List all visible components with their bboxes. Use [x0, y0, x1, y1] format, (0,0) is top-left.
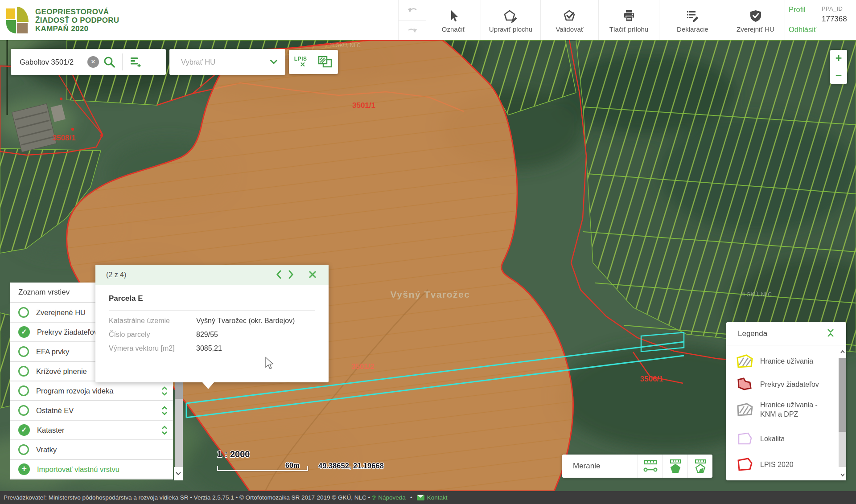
map-watermark-top: © GKÚ, NLC — [330, 42, 361, 49]
logo-shape — [6, 8, 15, 19]
field-value: Vyšný Tvarožec (okr. Bardejov) — [196, 317, 295, 325]
scrollbar-track[interactable] — [839, 358, 846, 467]
logout-link[interactable]: Odhlásiť — [789, 25, 822, 34]
layer-label: Ostatné EV — [36, 406, 74, 415]
search-list-button[interactable] — [125, 55, 146, 69]
move-down-button[interactable] — [160, 410, 169, 416]
zoom-controls: + − — [830, 50, 847, 84]
chevron-down-icon — [160, 430, 169, 436]
publish-hu-button[interactable]: Zverejniť HU — [726, 0, 785, 40]
legend-swatch-yellow-hatch — [736, 354, 754, 368]
redo-button[interactable] — [399, 20, 426, 41]
parcel-popup: (2 z 4) Parcela E Katastrálne územie Vyš… — [95, 265, 329, 382]
field-label: Výmera vektoru [m2] — [109, 344, 196, 352]
layer-item-ostatne-ev[interactable]: Ostatné EV — [10, 401, 173, 421]
measure-distance-button[interactable] — [638, 455, 663, 478]
profile-link[interactable]: Profil — [789, 5, 822, 14]
layer-item-kataster[interactable]: Kataster — [10, 421, 173, 440]
checkbox-checked-icon[interactable] — [18, 326, 30, 338]
popup-body: Parcela E Katastrálne územie Vyšný Tvaro… — [95, 285, 329, 352]
scrollbar-thumb[interactable] — [839, 358, 846, 432]
ppa-id-value: 177368 — [822, 15, 856, 24]
field-value: 829/55 — [196, 331, 218, 339]
checkbox-unchecked-icon[interactable] — [18, 385, 29, 396]
chevron-down-icon[interactable] — [270, 60, 277, 64]
checkbox-unchecked-icon[interactable] — [18, 405, 29, 416]
shield-check-icon — [749, 9, 763, 23]
tool-label: Upraviť plochu — [489, 25, 532, 33]
layer-item-import[interactable]: Importovať vlastnú vrstvu — [10, 460, 173, 479]
move-down-button[interactable] — [160, 430, 169, 436]
field-row: Katastrálne územie Vyšný Tvarožec (okr. … — [109, 317, 329, 325]
chevron-up-icon — [840, 350, 845, 354]
zoom-in-button[interactable]: + — [830, 50, 847, 67]
layer-item-vratky[interactable]: Vratky — [10, 440, 173, 460]
tool-label: Validovať — [556, 25, 583, 33]
measure-area-partial-button[interactable] — [687, 455, 712, 478]
popup-header: (2 z 4) — [95, 265, 329, 285]
checkbox-checked-icon[interactable] — [18, 424, 30, 436]
scroll-up-button[interactable] — [839, 346, 846, 357]
search-button[interactable] — [99, 55, 119, 69]
move-up-button[interactable] — [160, 424, 169, 430]
move-up-button[interactable] — [160, 385, 169, 391]
clear-search-button[interactable] — [87, 56, 99, 68]
list-icon — [129, 55, 142, 69]
layers-icon — [317, 55, 333, 69]
measure-area-button[interactable] — [663, 455, 687, 478]
close-button[interactable] — [305, 269, 320, 282]
chevron-down-icon — [840, 473, 845, 477]
declarations-button[interactable]: Deklarácie — [659, 0, 726, 40]
hu-select-placeholder[interactable]: Vybrať HU — [169, 58, 270, 66]
edit-area-button[interactable]: Upraviť plochu — [481, 0, 541, 40]
help-link[interactable]: ? Nápoveda — [372, 494, 406, 501]
layer-label: Zverejnené HU — [36, 308, 86, 317]
layers-toggle-button[interactable] — [317, 55, 333, 69]
logo-shape — [6, 20, 16, 33]
lpis-remove-button[interactable]: LPIS — [294, 56, 307, 68]
scroll-down-button[interactable] — [174, 467, 183, 480]
app-title-line: KAMPAŇ 2020 — [35, 25, 119, 33]
tool-label: Zverejniť HU — [737, 25, 774, 33]
legend-scrollbar[interactable] — [839, 346, 846, 480]
field-label: Číslo parcely — [109, 331, 196, 339]
checkbox-unchecked-icon[interactable] — [18, 366, 29, 377]
scroll-down-button[interactable] — [839, 469, 846, 480]
app-header: GEOPRIESTOROVÁ ŽIADOSŤ O PODPORU KAMPAŇ … — [0, 0, 856, 40]
checkbox-unchecked-icon[interactable] — [18, 307, 29, 318]
print-attachment-button[interactable]: Tlačiť prílohu — [599, 0, 659, 40]
zoom-out-button[interactable]: − — [830, 67, 847, 84]
layer-item-program-rozvoja[interactable]: Program rozvoja videka — [10, 381, 173, 401]
popup-pointer — [202, 382, 214, 389]
validate-button[interactable]: Validovať — [541, 0, 599, 40]
field-label: Katastrálne územie — [109, 317, 196, 325]
contact-link[interactable]: Kontakt — [417, 494, 448, 501]
next-button[interactable] — [285, 268, 297, 282]
measure-distance-icon — [642, 459, 659, 474]
select-button[interactable]: Označiť — [426, 0, 481, 40]
legend-swatch-purple-outline — [736, 431, 754, 446]
field-value: 3085,21 — [196, 344, 222, 352]
collapse-button[interactable] — [827, 328, 835, 339]
chevron-down-icon — [160, 391, 169, 397]
move-up-button[interactable] — [160, 405, 169, 410]
redo-icon — [406, 25, 419, 36]
checkbox-unchecked-icon[interactable] — [18, 346, 29, 357]
cursor-icon — [446, 9, 461, 23]
checkbox-unchecked-icon[interactable] — [18, 444, 29, 455]
logo-shape — [17, 23, 28, 33]
legend-header: Legenda — [726, 322, 846, 345]
search-input[interactable] — [11, 58, 87, 66]
undo-button[interactable] — [399, 0, 426, 20]
app-logo — [6, 6, 29, 34]
legend-items: Hranice užívania Prekryv žiadateľov — [726, 346, 839, 480]
add-icon[interactable] — [18, 463, 30, 475]
map-label-3506-1: 3506/1 — [640, 375, 663, 383]
printer-icon — [622, 9, 636, 23]
move-down-button[interactable] — [160, 391, 169, 397]
legend-item-lpis-2020: LPIS 2020 — [736, 457, 832, 471]
legend-label: Hranice užívania — [760, 356, 832, 366]
prev-button[interactable] — [272, 268, 285, 282]
logo-shape — [17, 7, 29, 22]
undo-icon — [406, 4, 419, 15]
